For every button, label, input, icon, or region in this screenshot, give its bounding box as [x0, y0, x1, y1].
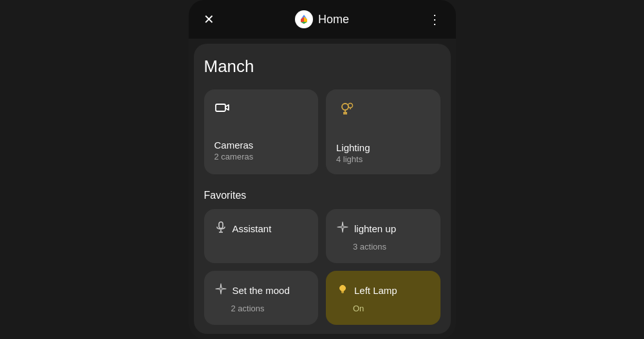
left-lamp-header: Left Lamp: [336, 282, 430, 298]
app-name: Home: [318, 13, 349, 26]
svg-point-2: [342, 104, 348, 110]
lighten-up-subtitle: 3 actions: [353, 242, 430, 252]
lighting-card[interactable]: Lighting 4 lights: [326, 89, 440, 174]
top-bar: ✕ Home ⋮: [189, 0, 456, 39]
bulb-icon: [336, 282, 349, 298]
favorites-title: Favorites: [204, 190, 440, 201]
more-options-icon[interactable]: ⋮: [427, 12, 442, 27]
lighten-up-card[interactable]: lighten up 3 actions: [326, 209, 440, 263]
app-title-area: Home: [295, 10, 349, 28]
left-lamp-card[interactable]: Left Lamp On: [326, 271, 440, 325]
assistant-card[interactable]: Assistant: [204, 209, 319, 263]
set-the-mood-subtitle: 2 actions: [231, 304, 308, 313]
camera-icon: [214, 100, 308, 119]
favorites-grid: Assistant lighten up 3 actions: [204, 209, 440, 325]
sparkle-icon-1: [336, 221, 349, 237]
svg-point-11: [340, 286, 346, 291]
cameras-name: Cameras: [214, 140, 308, 151]
assistant-name: Assistant: [232, 223, 272, 234]
assistant-header: Assistant: [214, 221, 308, 237]
cameras-count: 2 cameras: [214, 152, 308, 161]
home-name: Manch: [204, 57, 440, 77]
left-lamp-status: On: [353, 304, 430, 313]
cameras-card[interactable]: Cameras 2 cameras: [204, 89, 319, 174]
google-home-logo: [295, 10, 313, 28]
cameras-info: Cameras 2 cameras: [214, 140, 308, 161]
svg-rect-1: [216, 104, 225, 111]
lighten-up-name: lighten up: [354, 223, 396, 234]
lighten-up-header: lighten up: [336, 221, 430, 237]
lighting-name: Lighting: [336, 142, 430, 153]
svg-rect-8: [219, 222, 223, 228]
set-the-mood-name: Set the mood: [232, 285, 290, 296]
set-the-mood-card[interactable]: Set the mood 2 actions: [204, 271, 319, 325]
lighting-count: 4 lights: [336, 154, 430, 164]
close-icon[interactable]: ✕: [202, 12, 217, 27]
categories-grid: Cameras 2 cameras: [204, 89, 440, 174]
lighting-info: Lighting 4 lights: [336, 142, 430, 164]
lighting-icon: [336, 100, 430, 122]
mic-icon: [214, 221, 227, 237]
main-content: Manch Cameras 2 cameras: [194, 44, 451, 334]
phone-container: ✕ Home ⋮ Manch: [189, 0, 456, 339]
sparkle-icon-2: [214, 282, 227, 298]
left-lamp-name: Left Lamp: [354, 285, 397, 296]
set-the-mood-header: Set the mood: [214, 282, 308, 298]
